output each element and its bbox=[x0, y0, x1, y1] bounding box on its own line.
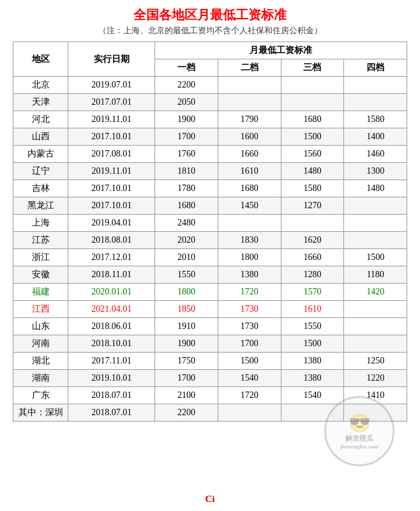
table-cell: 1850 bbox=[155, 301, 218, 318]
table-row: 广东2018.07.012100172015401410 bbox=[13, 387, 407, 404]
table-cell: 1810 bbox=[155, 163, 218, 180]
table-cell: 1410 bbox=[344, 387, 407, 404]
table-cell: 1790 bbox=[218, 111, 281, 128]
table-cell: 1680 bbox=[155, 197, 218, 215]
header-region: 地区 bbox=[13, 42, 68, 77]
table-cell: 1700 bbox=[155, 370, 218, 387]
header-tier1: 一档 bbox=[155, 59, 218, 77]
table-cell: 2050 bbox=[155, 94, 218, 111]
bottom-brand: Ci bbox=[0, 494, 420, 505]
header-tier4: 四档 bbox=[344, 59, 407, 77]
table-cell: 江西 bbox=[13, 301, 68, 318]
table-cell bbox=[218, 215, 281, 232]
table-row: 辽宁2019.11.011810161014801300 bbox=[13, 163, 407, 180]
table-cell: 1600 bbox=[218, 128, 281, 146]
table-cell: 辽宁 bbox=[13, 163, 68, 180]
table-row: 内蒙古2017.08.011760166015601460 bbox=[13, 146, 407, 163]
table-cell: 2018.07.01 bbox=[68, 404, 155, 422]
table-cell: 1280 bbox=[281, 266, 344, 284]
table-cell: 1830 bbox=[218, 232, 281, 249]
table-row: 江西2021.04.01185017301610 bbox=[13, 301, 407, 318]
table-cell: 1550 bbox=[155, 266, 218, 284]
table-cell bbox=[281, 215, 344, 232]
table-cell: 2200 bbox=[155, 77, 218, 94]
table-row: 山东2018.06.01191017301550 bbox=[13, 318, 407, 335]
table-cell: 2017.10.01 bbox=[68, 180, 155, 197]
table-cell bbox=[281, 94, 344, 111]
table-cell: 2017.10.01 bbox=[68, 128, 155, 146]
header-wage-title: 月最低工资标准 bbox=[155, 42, 407, 59]
wage-table: 地区 实行日期 月最低工资标准 一档 二档 三档 四档 北京2019.07.01… bbox=[13, 42, 407, 422]
table-row: 浙江2017.12.012010180016601500 bbox=[13, 249, 407, 266]
table-cell: 福建 bbox=[13, 284, 68, 301]
table-cell bbox=[344, 94, 407, 111]
table-cell: 江苏 bbox=[13, 232, 68, 249]
table-cell: 1680 bbox=[281, 111, 344, 128]
table-cell: 1700 bbox=[218, 335, 281, 353]
page-title: 全国各地区月最低工资标准 bbox=[133, 6, 287, 24]
table-cell: 2019.11.01 bbox=[68, 163, 155, 180]
table-cell: 2017.12.01 bbox=[68, 249, 155, 266]
table-cell: 1760 bbox=[155, 146, 218, 163]
table-cell: 2100 bbox=[155, 387, 218, 404]
table-cell: 2480 bbox=[155, 215, 218, 232]
table-cell: 广东 bbox=[13, 387, 68, 404]
table-cell: 山东 bbox=[13, 318, 68, 335]
table-cell: 1900 bbox=[155, 111, 218, 128]
table-cell: 2021.04.01 bbox=[68, 301, 155, 318]
table-cell bbox=[344, 335, 407, 353]
table-cell: 其中：深圳 bbox=[13, 404, 68, 422]
table-cell bbox=[344, 215, 407, 232]
table-cell: 1380 bbox=[218, 266, 281, 284]
table-cell: 1570 bbox=[281, 284, 344, 301]
table-cell: 1270 bbox=[281, 197, 344, 215]
header-tier3: 三档 bbox=[281, 59, 344, 77]
table-cell: 1220 bbox=[344, 370, 407, 387]
table-cell: 1720 bbox=[218, 387, 281, 404]
table-cell bbox=[344, 404, 407, 422]
table-cell: 安徽 bbox=[13, 266, 68, 284]
table-cell: 1580 bbox=[281, 180, 344, 197]
table-cell: 1500 bbox=[218, 353, 281, 370]
table-cell: 湖南 bbox=[13, 370, 68, 387]
table-row: 江苏2018.08.01202018301620 bbox=[13, 232, 407, 249]
table-cell: 1660 bbox=[281, 249, 344, 266]
table-row: 上海2019.04.012480 bbox=[13, 215, 407, 232]
table-cell: 2019.10.01 bbox=[68, 370, 155, 387]
table-row: 吉林2017.10.011780168015801480 bbox=[13, 180, 407, 197]
table-cell: 1800 bbox=[218, 249, 281, 266]
table-cell: 2017.10.01 bbox=[68, 197, 155, 215]
table-cell bbox=[344, 232, 407, 249]
table-row: 山西2017.10.011700160015001400 bbox=[13, 128, 407, 146]
table-cell: 1780 bbox=[155, 180, 218, 197]
header-date: 实行日期 bbox=[68, 42, 155, 77]
table-cell: 1500 bbox=[281, 128, 344, 146]
table-row: 福建2020.01.011800172015701420 bbox=[13, 284, 407, 301]
table-cell: 1800 bbox=[155, 284, 218, 301]
table-cell: 2017.08.01 bbox=[68, 146, 155, 163]
table-cell: 1580 bbox=[344, 111, 407, 128]
table-cell: 浙江 bbox=[13, 249, 68, 266]
table-row: 安徽2018.11.011550138012801180 bbox=[13, 266, 407, 284]
table-cell bbox=[344, 301, 407, 318]
table-cell: 1540 bbox=[281, 387, 344, 404]
table-cell: 1500 bbox=[344, 249, 407, 266]
table-cell: 1700 bbox=[155, 128, 218, 146]
table-cell: 1620 bbox=[281, 232, 344, 249]
table-cell: 内蒙古 bbox=[13, 146, 68, 163]
table-cell: 湖北 bbox=[13, 353, 68, 370]
header-tier2: 二档 bbox=[218, 59, 281, 77]
page-subtitle: （注：上海、北京的最低工资均不含个人社保和住房公积金） bbox=[98, 25, 322, 36]
table-cell: 1550 bbox=[281, 318, 344, 335]
table-cell: 1900 bbox=[155, 335, 218, 353]
table-cell bbox=[218, 404, 281, 422]
table-cell: 1480 bbox=[344, 180, 407, 197]
table-cell bbox=[281, 77, 344, 94]
table-cell: 天津 bbox=[13, 94, 68, 111]
table-cell: 北京 bbox=[13, 77, 68, 94]
table-cell: 1910 bbox=[155, 318, 218, 335]
table-cell: 1300 bbox=[344, 163, 407, 180]
table-row: 湖南2019.10.011700154013801220 bbox=[13, 370, 407, 387]
table-cell bbox=[281, 404, 344, 422]
table-row: 河南2018.10.01190017001500 bbox=[13, 335, 407, 353]
